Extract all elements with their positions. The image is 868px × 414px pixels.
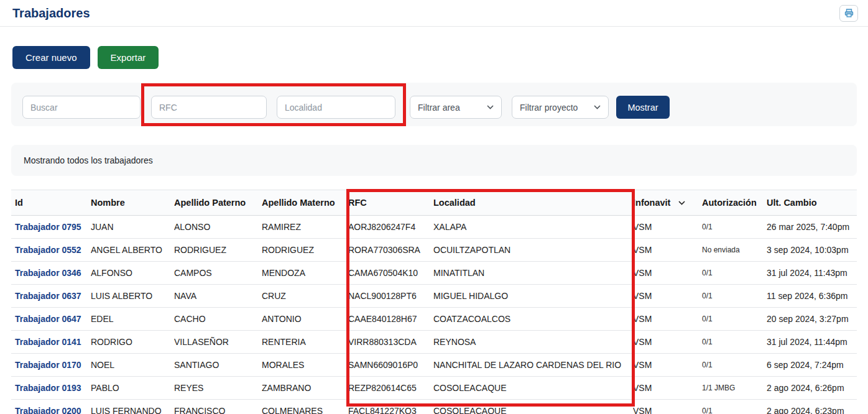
cell-ult-cambio: 31 jul 2024, 11:43pm xyxy=(767,262,857,285)
worker-id-link[interactable]: Trabajador 0637 xyxy=(15,291,81,301)
cell-rfc: RORA770306SRA xyxy=(348,239,433,262)
cell-nombre: LUIS FERNANDO xyxy=(91,400,174,414)
cell-autorizacion: 0/1 xyxy=(702,285,767,308)
printer-icon xyxy=(844,8,854,18)
status-message: Mostrando todos los trabajadores xyxy=(24,155,153,165)
table-row: Trabajador 0552 ANGEL ALBERTO RODRIGUEZ … xyxy=(11,239,857,262)
col-header-apellido-paterno: Apellido Paterno xyxy=(174,190,262,216)
worker-id-link[interactable]: Trabajador 0795 xyxy=(15,222,81,232)
worker-id-link[interactable]: Trabajador 0647 xyxy=(15,314,81,324)
table-row: Trabajador 0200 LUIS FERNANDO FRANCISCO … xyxy=(11,400,857,414)
col-header-id: Id xyxy=(11,190,91,216)
export-button[interactable]: Exportar xyxy=(98,46,159,69)
cell-nombre: NOEL xyxy=(91,354,174,377)
cell-ult-cambio: 6 sep 2024, 7:24pm xyxy=(767,354,857,377)
cell-rfc: SAMN6609016P0 xyxy=(348,354,433,377)
filter-bar: Filtrar area Filtrar proyecto Mostrar xyxy=(11,83,857,126)
print-button[interactable] xyxy=(839,5,858,22)
cell-nombre: ALFONSO xyxy=(91,262,174,285)
cell-autorizacion: No enviada xyxy=(702,239,767,262)
cell-ult-cambio: 26 mar 2025, 7:40pm xyxy=(767,216,857,239)
workers-table: Id Nombre Apellido Paterno Apellido Mate… xyxy=(11,190,857,414)
table-header-row: Id Nombre Apellido Paterno Apellido Mate… xyxy=(11,190,857,216)
worker-id-link[interactable]: Trabajador 0141 xyxy=(15,337,81,347)
chevron-down-icon[interactable] xyxy=(678,201,685,205)
col-header-ult-cambio: Ult. Cambio xyxy=(767,190,857,216)
cell-apellido-paterno: VILLASEÑOR xyxy=(174,331,262,354)
table-row: Trabajador 0647 EDEL CACHO ANTONIO CAAE8… xyxy=(11,308,857,331)
worker-id-link[interactable]: Trabajador 0193 xyxy=(15,383,81,393)
rfc-input[interactable] xyxy=(151,96,267,119)
cell-infonavit: VSM xyxy=(633,308,702,331)
cell-rfc: NACL900128PT6 xyxy=(348,285,433,308)
show-button[interactable]: Mostrar xyxy=(616,96,670,119)
cell-localidad: NANCHITAL DE LAZARO CARDENAS DEL RIO xyxy=(433,354,633,377)
col-header-autorizacion: Autorización xyxy=(702,190,767,216)
cell-rfc: CAAE840128H67 xyxy=(348,308,433,331)
cell-apellido-materno: RENTERIA xyxy=(262,331,348,354)
worker-id-link[interactable]: Trabajador 0346 xyxy=(15,268,81,278)
cell-apellido-paterno: REYES xyxy=(174,377,262,400)
filter-project-select[interactable]: Filtrar proyecto xyxy=(512,96,609,119)
worker-id-link[interactable]: Trabajador 0552 xyxy=(15,245,81,255)
cell-localidad: MIGUEL HIDALGO xyxy=(433,285,633,308)
cell-infonavit: VSM xyxy=(633,216,702,239)
cell-localidad: REYNOSA xyxy=(433,331,633,354)
col-header-infonavit-label: Infonavit xyxy=(633,198,670,208)
cell-nombre: LUIS ALBERTO xyxy=(91,285,174,308)
col-header-apellido-materno: Apellido Materno xyxy=(262,190,348,216)
search-input[interactable] xyxy=(22,96,141,119)
cell-autorizacion: 0/1 xyxy=(702,216,767,239)
cell-autorizacion: 0/1 xyxy=(702,262,767,285)
cell-rfc: REZP820614C65 xyxy=(348,377,433,400)
worker-id-link[interactable]: Trabajador 0200 xyxy=(15,406,81,414)
col-header-nombre: Nombre xyxy=(91,190,174,216)
cell-autorizacion: 0/1 xyxy=(702,354,767,377)
status-message-box: Mostrando todos los trabajadores xyxy=(11,145,857,176)
cell-localidad: MINATITLAN xyxy=(433,262,633,285)
cell-autorizacion: 0/1 xyxy=(702,331,767,354)
cell-infonavit: VSM xyxy=(633,285,702,308)
cell-nombre: EDEL xyxy=(91,308,174,331)
cell-apellido-paterno: SANTIAGO xyxy=(174,354,262,377)
col-header-infonavit[interactable]: Infonavit xyxy=(633,190,702,216)
filter-area-select-label: Filtrar area xyxy=(418,103,460,113)
cell-apellido-paterno: RODRIGUEZ xyxy=(174,239,262,262)
cell-localidad: OCUILTZAPOTLAN xyxy=(433,239,633,262)
cell-nombre: PABLO xyxy=(91,377,174,400)
cell-infonavit: VSM xyxy=(633,354,702,377)
cell-ult-cambio: 2 ago 2024, 6:23pm xyxy=(767,400,857,414)
filter-area-select[interactable]: Filtrar area xyxy=(410,96,502,119)
cell-infonavit: VSM xyxy=(633,262,702,285)
cell-localidad: COATZACOALCOS xyxy=(433,308,633,331)
cell-apellido-paterno: CAMPOS xyxy=(174,262,262,285)
worker-id-link[interactable]: Trabajador 0170 xyxy=(15,360,81,370)
cell-ult-cambio: 11 sep 2024, 6:36pm xyxy=(767,285,857,308)
cell-apellido-materno: RAMIREZ xyxy=(262,216,348,239)
cell-infonavit: VSM xyxy=(633,239,702,262)
cell-localidad: COSOLEACAQUE xyxy=(433,377,633,400)
cell-apellido-materno: COLMENARES xyxy=(262,400,348,414)
cell-ult-cambio: 20 sep 2024, 3:27pm xyxy=(767,308,857,331)
cell-rfc: CAMA670504K10 xyxy=(348,262,433,285)
localidad-input[interactable] xyxy=(277,96,395,119)
cell-apellido-materno: CRUZ xyxy=(262,285,348,308)
create-new-button[interactable]: Crear nuevo xyxy=(12,46,90,69)
table-row: Trabajador 0170 NOEL SANTIAGO MORALES SA… xyxy=(11,354,857,377)
chevron-down-icon xyxy=(487,105,494,109)
filter-project-select-label: Filtrar proyecto xyxy=(520,103,578,113)
page-title: Trabajadores xyxy=(12,6,90,21)
cell-apellido-materno: MORALES xyxy=(262,354,348,377)
table-body: Trabajador 0795 JUAN ALONSO RAMIREZ AORJ… xyxy=(11,216,857,414)
cell-autorizacion: 0/1 xyxy=(702,308,767,331)
cell-infonavit: VSM xyxy=(633,331,702,354)
cell-apellido-materno: MENDOZA xyxy=(262,262,348,285)
workers-table-wrap: Id Nombre Apellido Paterno Apellido Mate… xyxy=(11,190,857,414)
cell-apellido-paterno: NAVA xyxy=(174,285,262,308)
table-row: Trabajador 0193 PABLO REYES ZAMBRANO REZ… xyxy=(11,377,857,400)
cell-rfc: VIRR880313CDA xyxy=(348,331,433,354)
cell-localidad: XALAPA xyxy=(433,216,633,239)
cell-ult-cambio: 3 sep 2024, 10:03pm xyxy=(767,239,857,262)
table-row: Trabajador 0637 LUIS ALBERTO NAVA CRUZ N… xyxy=(11,285,857,308)
cell-apellido-paterno: ALONSO xyxy=(174,216,262,239)
